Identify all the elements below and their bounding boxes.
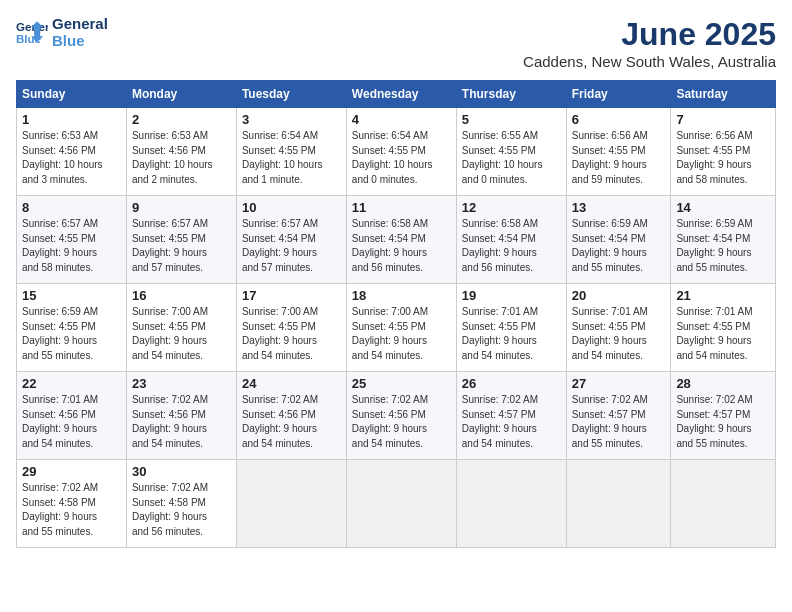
- calendar-day-cell: 18Sunrise: 7:00 AM Sunset: 4:55 PM Dayli…: [346, 284, 456, 372]
- day-detail: Sunrise: 6:59 AM Sunset: 4:54 PM Dayligh…: [572, 217, 666, 275]
- day-detail: Sunrise: 7:02 AM Sunset: 4:57 PM Dayligh…: [676, 393, 770, 451]
- calendar-day-cell: 16Sunrise: 7:00 AM Sunset: 4:55 PM Dayli…: [126, 284, 236, 372]
- day-number: 21: [676, 288, 770, 303]
- day-detail: Sunrise: 7:02 AM Sunset: 4:56 PM Dayligh…: [132, 393, 231, 451]
- logo-general: General: [52, 16, 108, 33]
- calendar-day-cell: 19Sunrise: 7:01 AM Sunset: 4:55 PM Dayli…: [456, 284, 566, 372]
- calendar-week-row: 1Sunrise: 6:53 AM Sunset: 4:56 PM Daylig…: [17, 108, 776, 196]
- day-detail: Sunrise: 7:01 AM Sunset: 4:55 PM Dayligh…: [572, 305, 666, 363]
- day-number: 20: [572, 288, 666, 303]
- calendar-day-cell: 14Sunrise: 6:59 AM Sunset: 4:54 PM Dayli…: [671, 196, 776, 284]
- calendar-table: SundayMondayTuesdayWednesdayThursdayFrid…: [16, 80, 776, 548]
- calendar-day-cell: 29Sunrise: 7:02 AM Sunset: 4:58 PM Dayli…: [17, 460, 127, 548]
- calendar-week-row: 22Sunrise: 7:01 AM Sunset: 4:56 PM Dayli…: [17, 372, 776, 460]
- day-detail: Sunrise: 6:57 AM Sunset: 4:55 PM Dayligh…: [22, 217, 121, 275]
- day-detail: Sunrise: 7:02 AM Sunset: 4:56 PM Dayligh…: [352, 393, 451, 451]
- calendar-day-cell: 20Sunrise: 7:01 AM Sunset: 4:55 PM Dayli…: [566, 284, 671, 372]
- day-number: 10: [242, 200, 341, 215]
- day-number: 29: [22, 464, 121, 479]
- day-number: 18: [352, 288, 451, 303]
- calendar-day-cell: 26Sunrise: 7:02 AM Sunset: 4:57 PM Dayli…: [456, 372, 566, 460]
- day-number: 25: [352, 376, 451, 391]
- logo-blue: Blue: [52, 33, 108, 50]
- header: General Blue General Blue June 2025 Cadd…: [16, 16, 776, 70]
- calendar-day-cell: 10Sunrise: 6:57 AM Sunset: 4:54 PM Dayli…: [236, 196, 346, 284]
- calendar-day-cell: 5Sunrise: 6:55 AM Sunset: 4:55 PM Daylig…: [456, 108, 566, 196]
- day-number: 22: [22, 376, 121, 391]
- calendar-day-cell: 27Sunrise: 7:02 AM Sunset: 4:57 PM Dayli…: [566, 372, 671, 460]
- calendar-day-cell: 28Sunrise: 7:02 AM Sunset: 4:57 PM Dayli…: [671, 372, 776, 460]
- calendar-subtitle: Caddens, New South Wales, Australia: [523, 53, 776, 70]
- calendar-week-row: 15Sunrise: 6:59 AM Sunset: 4:55 PM Dayli…: [17, 284, 776, 372]
- day-number: 30: [132, 464, 231, 479]
- day-number: 5: [462, 112, 561, 127]
- day-number: 9: [132, 200, 231, 215]
- day-number: 16: [132, 288, 231, 303]
- calendar-day-cell: 3Sunrise: 6:54 AM Sunset: 4:55 PM Daylig…: [236, 108, 346, 196]
- day-number: 14: [676, 200, 770, 215]
- calendar-day-cell: 17Sunrise: 7:00 AM Sunset: 4:55 PM Dayli…: [236, 284, 346, 372]
- day-detail: Sunrise: 6:56 AM Sunset: 4:55 PM Dayligh…: [676, 129, 770, 187]
- calendar-week-row: 8Sunrise: 6:57 AM Sunset: 4:55 PM Daylig…: [17, 196, 776, 284]
- day-detail: Sunrise: 6:57 AM Sunset: 4:55 PM Dayligh…: [132, 217, 231, 275]
- calendar-day-cell: [566, 460, 671, 548]
- day-detail: Sunrise: 7:02 AM Sunset: 4:57 PM Dayligh…: [572, 393, 666, 451]
- day-detail: Sunrise: 7:02 AM Sunset: 4:58 PM Dayligh…: [132, 481, 231, 539]
- day-detail: Sunrise: 6:58 AM Sunset: 4:54 PM Dayligh…: [352, 217, 451, 275]
- day-number: 1: [22, 112, 121, 127]
- day-number: 11: [352, 200, 451, 215]
- logo-icon: General Blue: [16, 19, 48, 47]
- day-number: 19: [462, 288, 561, 303]
- calendar-day-cell: 23Sunrise: 7:02 AM Sunset: 4:56 PM Dayli…: [126, 372, 236, 460]
- day-detail: Sunrise: 7:02 AM Sunset: 4:58 PM Dayligh…: [22, 481, 121, 539]
- day-detail: Sunrise: 7:00 AM Sunset: 4:55 PM Dayligh…: [132, 305, 231, 363]
- day-detail: Sunrise: 7:00 AM Sunset: 4:55 PM Dayligh…: [352, 305, 451, 363]
- day-detail: Sunrise: 6:53 AM Sunset: 4:56 PM Dayligh…: [22, 129, 121, 187]
- calendar-day-cell: 22Sunrise: 7:01 AM Sunset: 4:56 PM Dayli…: [17, 372, 127, 460]
- calendar-day-cell: 8Sunrise: 6:57 AM Sunset: 4:55 PM Daylig…: [17, 196, 127, 284]
- day-detail: Sunrise: 6:53 AM Sunset: 4:56 PM Dayligh…: [132, 129, 231, 187]
- day-detail: Sunrise: 7:02 AM Sunset: 4:57 PM Dayligh…: [462, 393, 561, 451]
- day-detail: Sunrise: 6:59 AM Sunset: 4:54 PM Dayligh…: [676, 217, 770, 275]
- calendar-header-row: SundayMondayTuesdayWednesdayThursdayFrid…: [17, 81, 776, 108]
- day-number: 4: [352, 112, 451, 127]
- weekday-header-friday: Friday: [566, 81, 671, 108]
- day-number: 23: [132, 376, 231, 391]
- day-detail: Sunrise: 7:01 AM Sunset: 4:55 PM Dayligh…: [462, 305, 561, 363]
- day-number: 6: [572, 112, 666, 127]
- weekday-header-tuesday: Tuesday: [236, 81, 346, 108]
- day-detail: Sunrise: 7:00 AM Sunset: 4:55 PM Dayligh…: [242, 305, 341, 363]
- calendar-day-cell: 11Sunrise: 6:58 AM Sunset: 4:54 PM Dayli…: [346, 196, 456, 284]
- day-detail: Sunrise: 6:56 AM Sunset: 4:55 PM Dayligh…: [572, 129, 666, 187]
- weekday-header-monday: Monday: [126, 81, 236, 108]
- day-number: 28: [676, 376, 770, 391]
- calendar-day-cell: [236, 460, 346, 548]
- day-detail: Sunrise: 6:59 AM Sunset: 4:55 PM Dayligh…: [22, 305, 121, 363]
- day-detail: Sunrise: 6:55 AM Sunset: 4:55 PM Dayligh…: [462, 129, 561, 187]
- calendar-day-cell: 24Sunrise: 7:02 AM Sunset: 4:56 PM Dayli…: [236, 372, 346, 460]
- day-number: 8: [22, 200, 121, 215]
- calendar-day-cell: [456, 460, 566, 548]
- calendar-day-cell: 13Sunrise: 6:59 AM Sunset: 4:54 PM Dayli…: [566, 196, 671, 284]
- day-detail: Sunrise: 6:57 AM Sunset: 4:54 PM Dayligh…: [242, 217, 341, 275]
- title-area: June 2025 Caddens, New South Wales, Aust…: [523, 16, 776, 70]
- day-number: 7: [676, 112, 770, 127]
- day-detail: Sunrise: 7:01 AM Sunset: 4:56 PM Dayligh…: [22, 393, 121, 451]
- calendar-day-cell: 25Sunrise: 7:02 AM Sunset: 4:56 PM Dayli…: [346, 372, 456, 460]
- day-detail: Sunrise: 6:58 AM Sunset: 4:54 PM Dayligh…: [462, 217, 561, 275]
- day-number: 15: [22, 288, 121, 303]
- calendar-day-cell: 12Sunrise: 6:58 AM Sunset: 4:54 PM Dayli…: [456, 196, 566, 284]
- day-number: 24: [242, 376, 341, 391]
- calendar-title: June 2025: [523, 16, 776, 53]
- calendar-day-cell: 2Sunrise: 6:53 AM Sunset: 4:56 PM Daylig…: [126, 108, 236, 196]
- weekday-header-saturday: Saturday: [671, 81, 776, 108]
- calendar-day-cell: 7Sunrise: 6:56 AM Sunset: 4:55 PM Daylig…: [671, 108, 776, 196]
- day-number: 17: [242, 288, 341, 303]
- weekday-header-sunday: Sunday: [17, 81, 127, 108]
- calendar-day-cell: 4Sunrise: 6:54 AM Sunset: 4:55 PM Daylig…: [346, 108, 456, 196]
- day-detail: Sunrise: 7:01 AM Sunset: 4:55 PM Dayligh…: [676, 305, 770, 363]
- calendar-day-cell: 1Sunrise: 6:53 AM Sunset: 4:56 PM Daylig…: [17, 108, 127, 196]
- day-number: 3: [242, 112, 341, 127]
- logo: General Blue General Blue: [16, 16, 108, 49]
- calendar-day-cell: [346, 460, 456, 548]
